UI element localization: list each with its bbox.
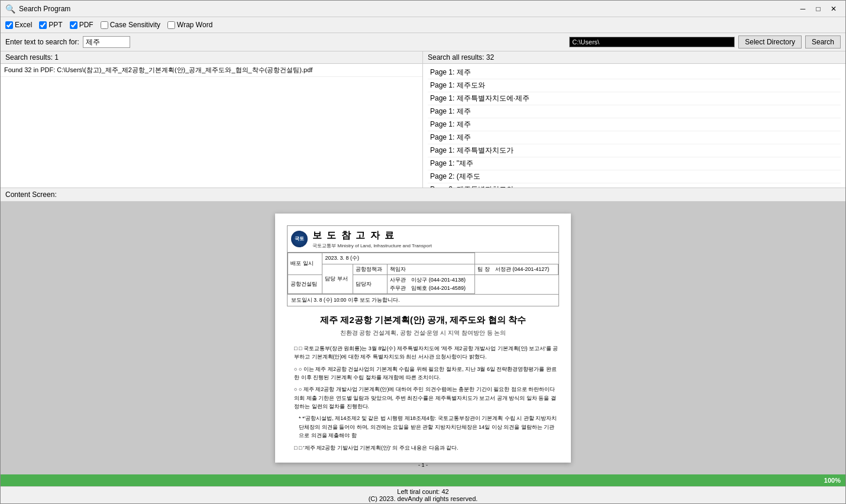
pdf-body-5: □ □ '제주 제2공항 기발사업 기본계획(안)' 의 주요 내용은 다음과 …	[294, 444, 559, 452]
minimize-button[interactable]: ─	[796, 3, 810, 15]
pdf-page-number: - 1 -	[287, 461, 559, 470]
page-result-6[interactable]: Page 1: 제주특별자치도가	[428, 144, 841, 157]
pdf-contact2-info: 사무관 이상구 (044-201-4138) 주무관 임혜호 (044-201-…	[388, 275, 475, 294]
ppt-checkbox[interactable]	[39, 21, 47, 29]
pdf-checkbox-group: PDF	[70, 21, 93, 29]
case-sensitivity-group: Case Sensitivity	[101, 21, 160, 29]
pdf-contact1-info: 팀 장 서정관 (044-201-4127)	[475, 264, 558, 275]
titlebar: 🔍 Search Program ─ □ ✕	[1, 1, 845, 17]
wrap-word-checkbox[interactable]	[167, 21, 175, 29]
excel-checkbox[interactable]	[5, 21, 13, 29]
pdf-header-title: 보 도 참 고 자 료	[312, 228, 432, 243]
results-headers: Search results: 1 Search all results: 32	[1, 51, 845, 64]
content-screen-label: Content Screen:	[1, 188, 845, 202]
right-results-header: Search all results: 32	[423, 51, 845, 63]
pdf-body-4: * *'공항시설법, 제14조제2 및 같은 법 시행령 제18조제4항: 국토…	[299, 414, 559, 440]
search-button[interactable]: Search	[805, 35, 841, 49]
result-item[interactable]: Found 32 in PDF: C:\Users\(참고)_제주_제2공항_기…	[1, 64, 422, 77]
close-button[interactable]: ✕	[826, 3, 841, 15]
pdf-header-subtitle: 국토교통부 Ministry of Land, Infrastructure a…	[312, 243, 432, 250]
ppt-checkbox-group: PPT	[39, 21, 62, 29]
filename: (참고)_제주_제2공항_기본계획(안)_공개_제주도와_협의_착수(공항건설팀…	[84, 66, 312, 73]
page-result-2[interactable]: Page 1: 제주특별자치도에·제주	[428, 92, 841, 105]
wrap-word-group: Wrap Word	[167, 21, 212, 29]
pdf-document: 국토 보 도 참 고 자 료 국토교통부 Ministry of Land, I…	[275, 214, 571, 463]
app-window: 🔍 Search Program ─ □ ✕ Excel PPT PDF	[0, 0, 846, 504]
pdf-dept2: 공항건설팀	[288, 275, 322, 294]
pdf-label[interactable]: PDF	[70, 21, 93, 29]
search-input[interactable]	[83, 36, 130, 48]
progress-label: 100%	[824, 477, 841, 484]
pdf-header-box: 국토 보 도 참 고 자 료 국토교통부 Ministry of Land, I…	[287, 225, 559, 306]
pdf-dept1: 공항정책과	[353, 264, 387, 275]
pdf-body-1: □ □ 국토교통부(장관 원희룡)는 3월 8일(수) 제주특별자치도에 '제주…	[294, 344, 559, 361]
window-title: Search Program	[19, 5, 796, 13]
pdf-contact2-label: 담당자	[353, 275, 387, 294]
app-icon: 🔍	[5, 4, 15, 14]
found-label: Found 32 in PDF: C:\Users\	[4, 66, 84, 73]
select-directory-button[interactable]: Select Directory	[738, 35, 802, 49]
content-scroll-area: 국토 보 도 참 고 자 료 국토교통부 Ministry of Land, I…	[1, 202, 845, 474]
page-result-0[interactable]: Page 1: 제주	[428, 66, 841, 79]
search-label: Enter text to search for:	[5, 38, 79, 46]
pdf-main-title: 제주 제2공항 기본계획(안) 공개, 제주도와 협의 착수	[287, 314, 559, 326]
left-results-header: Search results: 1	[1, 51, 423, 63]
pdf-release-note: 보도일시 3. 8 (수) 10:00 이후 보도 가능합니다.	[288, 294, 558, 306]
pdf-checkbox[interactable]	[70, 21, 78, 29]
pdf-subtitle: 친환경 공항 건설계획, 공항 건설·운영 시 지역 참여방안 등 논의	[287, 328, 559, 337]
pdf-header-top: 국토 보 도 참 고 자 료 국토교통부 Ministry of Land, I…	[288, 226, 558, 253]
left-results-panel: Found 32 in PDF: C:\Users\(참고)_제주_제2공항_기…	[1, 64, 423, 188]
page-result-9[interactable]: Page 2: 제주특별자치도의	[428, 183, 841, 188]
case-sensitivity-checkbox[interactable]	[101, 21, 108, 29]
pdf-body-2: ○ ○ 이는 제주 제2공항 건설사업의 기본계획 수립을 위해 필요한 절차로…	[294, 365, 559, 382]
copyright: (C) 2023. devAndy all rights reserved.	[369, 495, 478, 502]
directory-path: C:\Users\	[569, 37, 735, 47]
page-result-7[interactable]: Page 1: "제주	[428, 157, 841, 170]
status-bar: Left tiral count: 42 (C) 2023. devAndy a…	[1, 486, 845, 503]
right-results-panel: Page 1: 제주 Page 1: 제주도와 Page 1: 제주특별자치도에…	[423, 64, 845, 188]
window-controls: ─ □ ✕	[796, 3, 841, 15]
progress-bar: 100%	[1, 474, 845, 486]
pdf-date-label: 배포 일시	[288, 253, 322, 275]
pdf-title-area: 보 도 참 고 자 료 국토교통부 Ministry of Land, Infr…	[312, 228, 432, 250]
maximize-button[interactable]: □	[811, 3, 825, 15]
page-result-1[interactable]: Page 1: 제주도와	[428, 79, 841, 92]
excel-checkbox-group: Excel	[5, 21, 32, 29]
ppt-label[interactable]: PPT	[39, 21, 62, 29]
split-results: Found 32 in PDF: C:\Users\(참고)_제주_제2공항_기…	[1, 64, 845, 188]
page-result-3[interactable]: Page 1: 제주	[428, 105, 841, 118]
wrap-word-label[interactable]: Wrap Word	[167, 21, 212, 29]
page-result-8[interactable]: Page 2: (제주도	[428, 170, 841, 183]
page-result-4[interactable]: Page 1: 제주	[428, 118, 841, 131]
case-sensitivity-label[interactable]: Case Sensitivity	[101, 21, 160, 29]
pdf-contact1-label: 책임자	[388, 264, 475, 275]
toolbar: Excel PPT PDF Case Sensitivity Wrap	[1, 17, 845, 33]
pdf-meta-table: 배포 일시 2023. 3. 8 (수) 담당 부서 공항정책과 책임자 팀 장…	[288, 253, 558, 294]
pdf-date-value: 2023. 3. 8 (수)	[322, 253, 475, 264]
page-result-5[interactable]: Page 1: 제주	[428, 131, 841, 144]
progress-bar-inner	[5, 476, 819, 484]
pdf-logo: 국토	[291, 231, 308, 247]
search-bar: Enter text to search for: C:\Users\ Sele…	[1, 33, 845, 51]
pdf-dept-label: 담당 부서	[322, 264, 353, 294]
tiral-count: Left tiral count: 42	[397, 488, 448, 495]
excel-label[interactable]: Excel	[5, 21, 32, 29]
pdf-body-3: ○ ○ 제주 제2공항 개발사업 기본계획(안)에 대하여 주민 의견수렴에는 …	[294, 385, 559, 411]
